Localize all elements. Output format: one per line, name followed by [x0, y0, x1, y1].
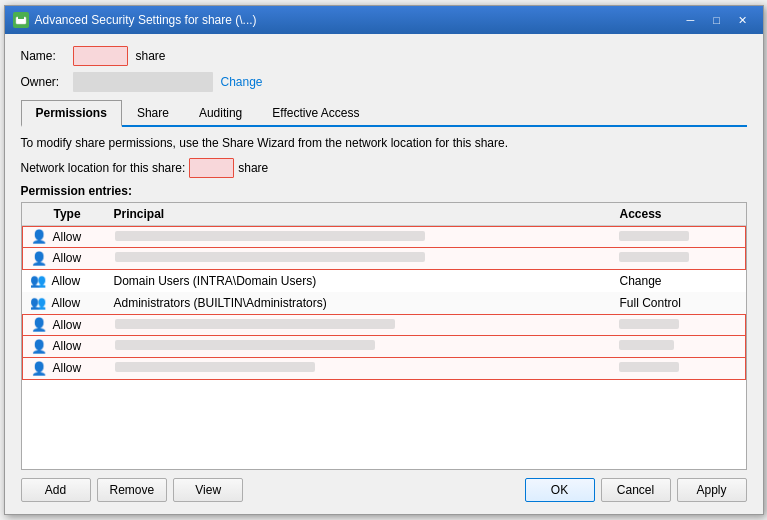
- row-access: [615, 361, 745, 375]
- principal-redacted: [115, 319, 395, 329]
- right-buttons: OK Cancel Apply: [525, 478, 747, 502]
- row-access: [615, 251, 745, 265]
- svg-rect-1: [18, 15, 24, 19]
- entries-body: 👤 Allow 👤 Allow: [22, 226, 746, 469]
- access-redacted: [619, 319, 679, 329]
- row-access: [615, 339, 745, 353]
- tab-permissions[interactable]: Permissions: [21, 100, 122, 127]
- window-title: Advanced Security Settings for share (\.…: [35, 13, 679, 27]
- view-button[interactable]: View: [173, 478, 243, 502]
- entries-table: Type Principal Access 👤 Allow: [21, 202, 747, 470]
- row-principal: [111, 251, 615, 265]
- row-icon: 👤: [23, 229, 51, 245]
- main-window: Advanced Security Settings for share (\.…: [4, 5, 764, 515]
- row-icon: 👤: [23, 338, 51, 354]
- table-row[interactable]: 👥 Allow Administrators (BUILTIN\Administ…: [22, 292, 746, 314]
- table-row[interactable]: 👤 Allow: [22, 358, 746, 380]
- col-principal: Principal: [110, 206, 616, 222]
- row-type: Allow: [51, 361, 111, 375]
- principal-redacted: [115, 231, 425, 241]
- left-buttons: Add Remove View: [21, 478, 244, 502]
- table-row[interactable]: 👤 Allow: [22, 314, 746, 336]
- network-label: Network location for this share:: [21, 161, 186, 175]
- table-row[interactable]: 👥 Allow Domain Users (INTRA\Domain Users…: [22, 270, 746, 292]
- row-principal: [111, 339, 615, 353]
- row-access: Full Control: [616, 296, 746, 310]
- cancel-button[interactable]: Cancel: [601, 478, 671, 502]
- row-type: Allow: [51, 230, 111, 244]
- network-location-row: Network location for this share: share: [21, 158, 747, 178]
- row-access: [615, 318, 745, 332]
- window-icon: [13, 12, 29, 28]
- principal-redacted: [115, 252, 425, 262]
- close-button[interactable]: ✕: [731, 11, 755, 29]
- access-redacted: [619, 362, 679, 372]
- footer: Add Remove View OK Cancel Apply: [21, 470, 747, 502]
- name-row: Name: share: [21, 46, 747, 66]
- tab-auditing[interactable]: Auditing: [184, 100, 257, 127]
- user-icon: 👤: [31, 360, 47, 376]
- user-icon: 👤: [31, 250, 47, 266]
- col-access: Access: [616, 206, 746, 222]
- owner-row: Owner: Change: [21, 72, 747, 92]
- table-header: Type Principal Access: [22, 203, 746, 226]
- row-type: Allow: [51, 251, 111, 265]
- owner-label: Owner:: [21, 75, 73, 89]
- tabs-bar: Permissions Share Auditing Effective Acc…: [21, 98, 747, 127]
- row-icon: 👤: [23, 317, 51, 333]
- network-redacted: [189, 158, 234, 178]
- title-bar: Advanced Security Settings for share (\.…: [5, 6, 763, 34]
- name-label: Name:: [21, 49, 73, 63]
- principal-redacted: [115, 362, 315, 372]
- row-principal: [111, 318, 615, 332]
- row-access: Change: [616, 274, 746, 288]
- row-icon: 👥: [22, 295, 50, 311]
- network-suffix: share: [238, 161, 268, 175]
- tab-share[interactable]: Share: [122, 100, 184, 127]
- user-icon: 👥: [30, 295, 46, 311]
- row-type: Allow: [51, 339, 111, 353]
- row-icon: 👤: [23, 250, 51, 266]
- apply-button[interactable]: Apply: [677, 478, 747, 502]
- add-button[interactable]: Add: [21, 478, 91, 502]
- row-principal: [111, 230, 615, 244]
- row-principal: [111, 361, 615, 375]
- name-suffix: share: [136, 49, 166, 63]
- row-principal: Domain Users (INTRA\Domain Users): [110, 274, 616, 288]
- owner-value: Change: [73, 72, 263, 92]
- col-icon: [22, 206, 50, 222]
- col-type: Type: [50, 206, 110, 222]
- minimize-button[interactable]: ─: [679, 11, 703, 29]
- row-icon: 👤: [23, 360, 51, 376]
- access-redacted: [619, 340, 674, 350]
- principal-redacted: [115, 340, 375, 350]
- change-link[interactable]: Change: [221, 75, 263, 89]
- info-text: To modify share permissions, use the Sha…: [21, 135, 747, 152]
- permission-entries-label: Permission entries:: [21, 184, 747, 198]
- table-row[interactable]: 👤 Allow: [22, 248, 746, 270]
- access-redacted: [619, 231, 689, 241]
- owner-redacted: [73, 72, 213, 92]
- window-content: Name: share Owner: Change Permissions Sh…: [5, 34, 763, 514]
- row-principal: Administrators (BUILTIN\Administrators): [110, 296, 616, 310]
- row-type: Allow: [50, 274, 110, 288]
- user-icon: 👤: [31, 229, 47, 245]
- row-type: Allow: [50, 296, 110, 310]
- user-icon: 👥: [30, 273, 46, 289]
- name-redacted: [73, 46, 128, 66]
- table-row[interactable]: 👤 Allow: [22, 336, 746, 358]
- access-redacted: [619, 252, 689, 262]
- user-icon: 👤: [31, 338, 47, 354]
- row-icon: 👥: [22, 273, 50, 289]
- user-icon: 👤: [31, 317, 47, 333]
- table-row[interactable]: 👤 Allow: [22, 226, 746, 248]
- ok-button[interactable]: OK: [525, 478, 595, 502]
- remove-button[interactable]: Remove: [97, 478, 168, 502]
- tab-effective-access[interactable]: Effective Access: [257, 100, 374, 127]
- maximize-button[interactable]: □: [705, 11, 729, 29]
- row-type: Allow: [51, 318, 111, 332]
- name-value: share: [73, 46, 166, 66]
- row-access: [615, 230, 745, 244]
- window-controls: ─ □ ✕: [679, 11, 755, 29]
